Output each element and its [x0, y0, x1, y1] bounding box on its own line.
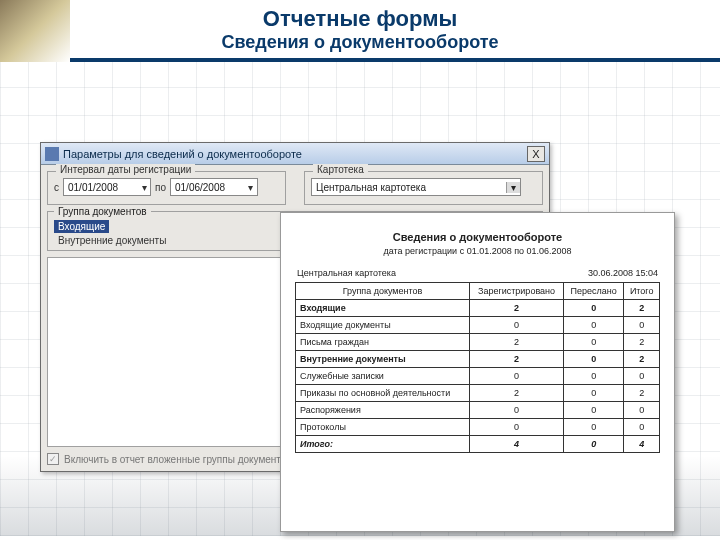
- cell-sent: 0: [564, 351, 624, 368]
- date-from-input[interactable]: 01/01/2008 ▾: [63, 178, 151, 196]
- from-label: с: [54, 182, 59, 193]
- cell-totals-label: Итого:: [296, 436, 470, 453]
- include-nested-checkbox[interactable]: ✓: [47, 453, 59, 465]
- cell-reg: 0: [469, 419, 563, 436]
- table-row: Служебные записки000: [296, 368, 660, 385]
- cell-name: Входящие документы: [296, 317, 470, 334]
- to-label: по: [155, 182, 166, 193]
- cell-name: Протоколы: [296, 419, 470, 436]
- cell-reg: 2: [469, 351, 563, 368]
- col-sent: Переслано: [564, 283, 624, 300]
- dialog-titlebar[interactable]: Параметры для сведений о документооборот…: [41, 143, 549, 165]
- cell-name: Приказы по основной деятельности: [296, 385, 470, 402]
- checkbox-label: Включить в отчет вложенные группы докуме…: [64, 454, 292, 465]
- kartoteka-select[interactable]: Центральная картотека ▾: [311, 178, 521, 196]
- cell-totals-reg: 4: [469, 436, 563, 453]
- cell-reg: 2: [469, 385, 563, 402]
- slide-title: Отчетные формы: [0, 0, 720, 32]
- cell-reg: 2: [469, 334, 563, 351]
- cell-reg: 0: [469, 368, 563, 385]
- dialog-icon: [45, 147, 59, 161]
- group-item-selected[interactable]: Входящие: [54, 220, 109, 233]
- report-kartoteka: Центральная картотека: [297, 268, 396, 278]
- cell-sent: 0: [564, 385, 624, 402]
- table-row: Распоряжения000: [296, 402, 660, 419]
- cell-total: 2: [624, 351, 660, 368]
- cell-total: 0: [624, 419, 660, 436]
- groups-legend: Группа документов: [54, 206, 151, 217]
- table-row: Письма граждан202: [296, 334, 660, 351]
- col-reg: Зарегистрировано: [469, 283, 563, 300]
- report-subtitle: дата регистрации с 01.01.2008 по 01.06.2…: [295, 246, 660, 256]
- cell-reg: 0: [469, 402, 563, 419]
- kartoteka-value: Центральная картотека: [316, 182, 506, 193]
- report-datetime: 30.06.2008 15:04: [588, 268, 658, 278]
- chevron-down-icon[interactable]: ▾: [245, 182, 257, 193]
- chevron-down-icon[interactable]: ▾: [138, 182, 150, 193]
- cell-total: 0: [624, 402, 660, 419]
- cell-name: Служебные записки: [296, 368, 470, 385]
- table-row: Входящие202: [296, 300, 660, 317]
- report-title: Сведения о документообороте: [295, 231, 660, 243]
- kartoteka-fieldset: Картотека Центральная картотека ▾: [304, 171, 543, 205]
- cell-name: Распоряжения: [296, 402, 470, 419]
- slide-header: Отчетные формы Сведения о документооборо…: [0, 0, 720, 62]
- header-decoration: [0, 0, 70, 62]
- cell-name: Письма граждан: [296, 334, 470, 351]
- report-preview: Сведения о документообороте дата регистр…: [280, 212, 675, 532]
- col-total: Итого: [624, 283, 660, 300]
- kartoteka-legend: Картотека: [313, 164, 368, 175]
- cell-totals-total: 4: [624, 436, 660, 453]
- table-header-row: Группа документов Зарегистрировано Перес…: [296, 283, 660, 300]
- cell-name: Входящие: [296, 300, 470, 317]
- cell-sent: 0: [564, 300, 624, 317]
- slide-body: Параметры для сведений о документооборот…: [0, 62, 720, 536]
- cell-total: 0: [624, 317, 660, 334]
- date-from-value: 01/01/2008: [68, 182, 138, 193]
- date-to-input[interactable]: 01/06/2008 ▾: [170, 178, 258, 196]
- chevron-down-icon[interactable]: ▾: [506, 182, 520, 193]
- slide-subtitle: Сведения о документообороте: [0, 32, 720, 53]
- cell-name: Внутренние документы: [296, 351, 470, 368]
- cell-total: 2: [624, 385, 660, 402]
- cell-sent: 0: [564, 368, 624, 385]
- cell-total: 2: [624, 300, 660, 317]
- close-button[interactable]: X: [527, 146, 545, 162]
- interval-fieldset: Интервал даты регистрации с 01/01/2008 ▾…: [47, 171, 286, 205]
- cell-sent: 0: [564, 419, 624, 436]
- table-row: Входящие документы000: [296, 317, 660, 334]
- table-row: Внутренние документы202: [296, 351, 660, 368]
- interval-legend: Интервал даты регистрации: [56, 164, 195, 175]
- table-row: Приказы по основной деятельности202: [296, 385, 660, 402]
- cell-reg: 2: [469, 300, 563, 317]
- cell-totals-sent: 0: [564, 436, 624, 453]
- table-row: Протоколы000: [296, 419, 660, 436]
- cell-total: 0: [624, 368, 660, 385]
- dialog-title: Параметры для сведений о документооборот…: [63, 148, 527, 160]
- table-row-totals: Итого:404: [296, 436, 660, 453]
- date-to-value: 01/06/2008: [175, 182, 245, 193]
- cell-sent: 0: [564, 334, 624, 351]
- cell-sent: 0: [564, 402, 624, 419]
- report-table: Группа документов Зарегистрировано Перес…: [295, 282, 660, 453]
- cell-reg: 0: [469, 317, 563, 334]
- cell-sent: 0: [564, 317, 624, 334]
- cell-total: 2: [624, 334, 660, 351]
- col-group: Группа документов: [296, 283, 470, 300]
